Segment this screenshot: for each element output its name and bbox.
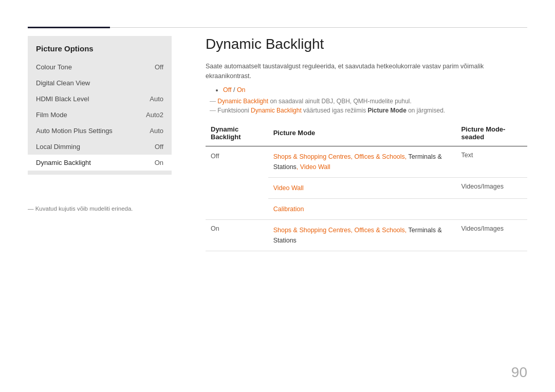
bullet-off-on: Off / On bbox=[223, 86, 527, 94]
note2-suffix: väärtused igas režiimis bbox=[302, 107, 368, 114]
note2-bold: Picture Mode bbox=[367, 107, 406, 114]
terminals-on-text: Terminals & Stations bbox=[273, 227, 442, 244]
note1-highlight: Dynamic Backlight bbox=[217, 98, 268, 105]
table-row: Off Shops & Shopping Centres, Offices & … bbox=[206, 146, 527, 177]
menu-item-film-mode[interactable]: Film Mode Auto2 bbox=[28, 107, 172, 123]
note2-highlight: Dynamic Backlight bbox=[251, 107, 302, 114]
row-mode-off-3: Calibration bbox=[268, 198, 456, 219]
menu-item-local-dimming[interactable]: Local Dimming Off bbox=[28, 139, 172, 155]
top-bar-line bbox=[110, 27, 527, 28]
page-number: 90 bbox=[511, 364, 527, 381]
menu-value-colour-tone: Off bbox=[155, 63, 163, 71]
bullet-on-highlight: On bbox=[237, 86, 246, 94]
footer-note: Kuvatud kujutis võib mudeliti erineda. bbox=[28, 206, 133, 212]
note1-text: on saadaval ainult DBJ, QBH, QMH-mudelit… bbox=[270, 98, 411, 105]
page-title: Dynamic Backlight bbox=[206, 36, 527, 52]
menu-value-dynamic-backlight: On bbox=[155, 159, 163, 166]
table-row: On Shops & Shopping Centres, Offices & S… bbox=[206, 219, 527, 251]
content-table: Dynamic Backlight Picture Mode Picture M… bbox=[206, 121, 527, 251]
terminals-text: Terminals & Stations bbox=[273, 153, 442, 171]
menu-value-auto-motion-plus: Auto bbox=[150, 127, 163, 135]
right-content: Dynamic Backlight Saate automaatselt tau… bbox=[206, 36, 527, 251]
menu-item-dynamic-backlight[interactable]: Dynamic Backlight On bbox=[28, 155, 172, 171]
col-header-picture-mode: Picture Mode bbox=[268, 121, 456, 146]
menu-label-auto-motion-plus: Auto Motion Plus Settings bbox=[36, 127, 113, 135]
menu-label-hdmi-black-level: HDMI Black Level bbox=[36, 95, 89, 103]
bullet-off-highlight: Off bbox=[223, 86, 231, 94]
row-seaded-on: Videos/Images bbox=[456, 219, 527, 251]
panel-title: Picture Options bbox=[28, 44, 172, 59]
menu-item-auto-motion-plus[interactable]: Auto Motion Plus Settings Auto bbox=[28, 123, 172, 139]
menu-label-local-dimming: Local Dimming bbox=[36, 143, 80, 151]
note1: Dynamic Backlight on saadaval ainult DBJ… bbox=[206, 98, 527, 105]
col-header-backlight: Dynamic Backlight bbox=[206, 121, 268, 146]
row-seaded-off-2: Videos/Images bbox=[456, 177, 527, 198]
menu-item-digital-clean-view[interactable]: Digital Clean View bbox=[28, 75, 172, 91]
row-backlight-on: On bbox=[206, 219, 268, 251]
description-text: Saate automaatselt taustavalgust regulee… bbox=[206, 62, 527, 81]
left-panel: Picture Options Colour Tone Off Digital … bbox=[28, 36, 172, 175]
row-seaded-off-3 bbox=[456, 198, 527, 219]
row-backlight-off: Off bbox=[206, 146, 268, 219]
col-header-seaded: Picture Mode-seaded bbox=[456, 121, 527, 146]
row-seaded-off-1: Text bbox=[456, 146, 527, 177]
menu-value-local-dimming: Off bbox=[155, 143, 163, 151]
note2: Funktsiooni Dynamic Backlight väärtused … bbox=[206, 107, 527, 114]
menu-item-colour-tone[interactable]: Colour Tone Off bbox=[28, 59, 172, 75]
top-bar bbox=[28, 27, 527, 28]
menu-value-hdmi-black-level: Auto bbox=[150, 95, 163, 103]
menu-label-digital-clean-view: Digital Clean View bbox=[36, 79, 90, 87]
top-bar-accent bbox=[28, 27, 110, 28]
menu-label-colour-tone: Colour Tone bbox=[36, 63, 72, 71]
row-mode-off-1: Shops & Shopping Centres, Offices & Scho… bbox=[268, 146, 456, 177]
row-mode-off-2: Video Wall bbox=[268, 177, 456, 198]
note2-prefix: Funktsiooni bbox=[217, 107, 251, 114]
menu-label-film-mode: Film Mode bbox=[36, 111, 67, 119]
menu-label-dynamic-backlight: Dynamic Backlight bbox=[36, 159, 91, 166]
menu-value-film-mode: Auto2 bbox=[146, 111, 163, 119]
menu-item-hdmi-black-level[interactable]: HDMI Black Level Auto bbox=[28, 91, 172, 107]
row-mode-on: Shops & Shopping Centres, Offices & Scho… bbox=[268, 219, 456, 251]
note2-end: on järgmised. bbox=[406, 107, 445, 114]
